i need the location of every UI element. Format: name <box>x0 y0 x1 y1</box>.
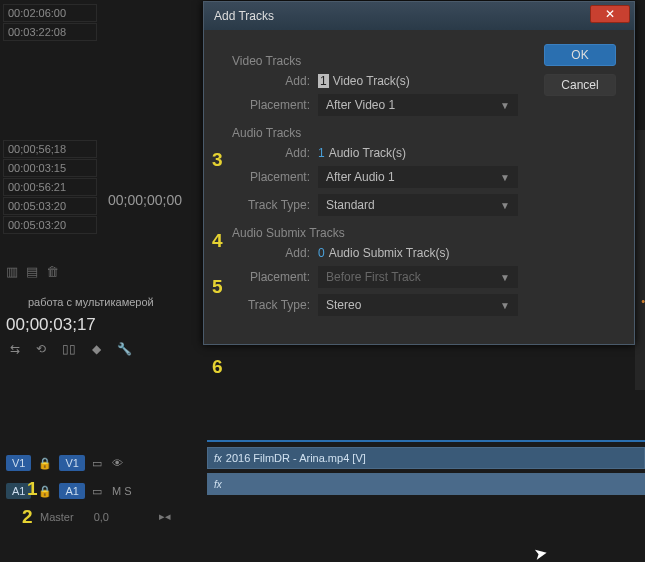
timecode-cell[interactable]: 00;00;56;18 <box>3 140 97 158</box>
placement-label: Placement: <box>232 170 318 184</box>
audio-add-suffix: Audio Track(s) <box>329 146 406 160</box>
add-label: Add: <box>232 74 318 88</box>
placement-label: Placement: <box>232 98 318 112</box>
chevron-down-icon: ▼ <box>500 300 510 311</box>
audio-type-value: Standard <box>326 198 375 212</box>
target-a1-button[interactable]: A1 <box>59 483 84 499</box>
audio-add-count-input[interactable]: 1 <box>318 146 325 160</box>
toggle-output-icon[interactable]: ▭ <box>89 485 105 498</box>
video-placement-value: After Video 1 <box>326 98 395 112</box>
timeline-ruler[interactable] <box>207 440 645 442</box>
annotation-4: 4 <box>212 230 223 252</box>
marker-icon[interactable]: ▯▯ <box>62 342 76 356</box>
project-panel-mid: 00;00;56;18 00:00:03:15 00:00:56:21 00:0… <box>0 136 100 238</box>
video-track-header: V1 🔒 V1 ▭ 👁 <box>0 450 200 476</box>
master-label: Master <box>40 511 74 523</box>
new-item-icon[interactable]: ▤ <box>26 264 38 279</box>
timecode-cell[interactable]: 00:00:56:21 <box>3 178 97 196</box>
mouse-cursor-icon: ➤ <box>532 543 548 562</box>
audio-placement-value: After Audio 1 <box>326 170 395 184</box>
submix-placement-select[interactable]: Before First Track ▼ <box>318 266 518 288</box>
project-panel-top: 00:02:06:00 00:03:22:08 <box>0 0 100 45</box>
placement-label: Placement: <box>232 270 318 284</box>
marker-add-icon[interactable]: ◆ <box>92 342 101 356</box>
lock-icon[interactable]: 🔒 <box>35 457 55 470</box>
timeline[interactable]: fx 2016 FilmDR - Arina.mp4 [V] fx <box>207 440 645 499</box>
audio-type-select[interactable]: Standard ▼ <box>318 194 518 216</box>
chevron-down-icon: ▼ <box>500 272 510 283</box>
submix-type-value: Stereo <box>326 298 361 312</box>
toggle-output-icon[interactable]: ▭ <box>89 457 105 470</box>
mute-solo-label[interactable]: M S <box>109 485 135 497</box>
playhead-timecode[interactable]: 00;00;03;17 <box>6 315 96 335</box>
video-add-count-input[interactable]: 1 <box>318 74 329 88</box>
folder-icon[interactable]: ▥ <box>6 264 18 279</box>
ok-button[interactable]: OK <box>544 44 616 66</box>
master-level[interactable]: 0,0 <box>94 511 109 523</box>
dialog-titlebar[interactable]: Add Tracks <box>204 2 634 30</box>
track-type-label: Track Type: <box>232 198 318 212</box>
add-tracks-dialog: Add Tracks OK Cancel Video Tracks Add: 1… <box>203 1 635 345</box>
target-v1-button[interactable]: V1 <box>59 455 84 471</box>
submix-add-suffix: Audio Submix Track(s) <box>329 246 450 260</box>
timecode-cell[interactable]: 00:05:03:20 <box>3 197 97 215</box>
timecode-cell[interactable]: 00:05:03:20 <box>3 216 97 234</box>
dialog-title: Add Tracks <box>214 9 274 23</box>
lock-icon[interactable]: 🔒 <box>35 485 55 498</box>
add-label: Add: <box>232 246 318 260</box>
timecode-cell[interactable]: 00:02:06:00 <box>3 4 97 22</box>
video-placement-select[interactable]: After Video 1 ▼ <box>318 94 518 116</box>
right-strip <box>635 130 645 390</box>
timecode-cell[interactable]: 00:03:22:08 <box>3 23 97 41</box>
link-icon[interactable]: ⟲ <box>36 342 46 356</box>
add-label: Add: <box>232 146 318 160</box>
fx-badge-icon: fx <box>214 453 222 464</box>
video-clip[interactable]: fx 2016 FilmDR - Arina.mp4 [V] <box>207 447 645 469</box>
wrench-icon[interactable]: 🔧 <box>117 342 132 356</box>
submix-add-count-input[interactable]: 0 <box>318 246 325 260</box>
marker-indicator: • <box>641 295 645 307</box>
annotation-5: 5 <box>212 276 223 298</box>
submix-placement-value: Before First Track <box>326 270 421 284</box>
audio-placement-select[interactable]: After Audio 1 ▼ <box>318 166 518 188</box>
annotation-2: 2 <box>22 506 33 528</box>
close-button[interactable] <box>590 5 630 23</box>
chevron-down-icon: ▼ <box>500 172 510 183</box>
video-add-suffix: Video Track(s) <box>333 74 410 88</box>
bin-toolbar: ▥ ▤ 🗑 <box>6 264 59 279</box>
fx-badge-icon: fx <box>214 479 222 490</box>
master-track-row: Master 0,0 ▸◂ <box>40 510 171 523</box>
annotation-6: 6 <box>212 356 223 378</box>
track-type-label: Track Type: <box>232 298 318 312</box>
go-to-end-icon[interactable]: ▸◂ <box>159 510 171 523</box>
audio-tracks-section-label: Audio Tracks <box>222 126 616 140</box>
trash-icon[interactable]: 🗑 <box>46 264 59 279</box>
timecode-cell[interactable]: 00:00:03:15 <box>3 159 97 177</box>
chevron-down-icon: ▼ <box>500 200 510 211</box>
snap-icon[interactable]: ⇆ <box>10 342 20 356</box>
timeline-tool-row: ⇆ ⟲ ▯▯ ◆ 🔧 <box>10 342 132 356</box>
annotation-1: 1 <box>27 478 38 500</box>
submix-type-select[interactable]: Stereo ▼ <box>318 294 518 316</box>
sequence-tab[interactable]: работа с мультикамерой <box>28 296 154 308</box>
submix-tracks-section-label: Audio Submix Tracks <box>222 226 616 240</box>
annotation-3: 3 <box>212 149 223 171</box>
audio-clip[interactable]: fx <box>207 473 645 495</box>
chevron-down-icon: ▼ <box>500 100 510 111</box>
source-v1-button[interactable]: V1 <box>6 455 31 471</box>
cancel-button[interactable]: Cancel <box>544 74 616 96</box>
eye-icon[interactable]: 👁 <box>109 457 126 469</box>
clip-label: 2016 FilmDR - Arina.mp4 [V] <box>226 452 366 464</box>
